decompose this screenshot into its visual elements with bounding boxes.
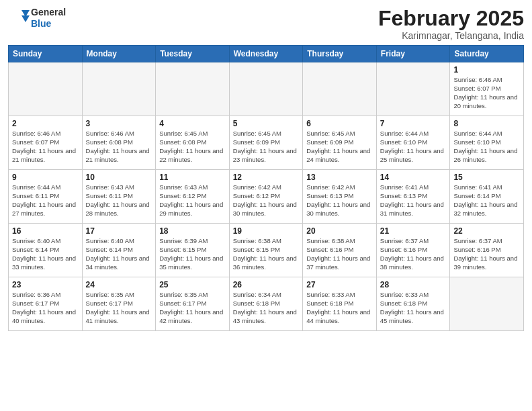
- day-info: Sunrise: 6:37 AMSunset: 6:16 PMDaylight:…: [453, 237, 520, 271]
- day-cell: 18Sunrise: 6:39 AMSunset: 6:15 PMDayligh…: [156, 224, 230, 277]
- week-row-0: 1Sunrise: 6:46 AMSunset: 6:07 PMDaylight…: [9, 62, 524, 116]
- day-info: Sunrise: 6:36 AMSunset: 6:17 PMDaylight:…: [12, 291, 79, 325]
- day-cell: 14Sunrise: 6:41 AMSunset: 6:13 PMDayligh…: [376, 170, 450, 224]
- day-number: 4: [159, 119, 226, 128]
- day-cell: 13Sunrise: 6:42 AMSunset: 6:13 PMDayligh…: [303, 170, 377, 224]
- day-cell: [376, 62, 450, 116]
- day-info: Sunrise: 6:41 AMSunset: 6:13 PMDaylight:…: [380, 183, 447, 218]
- day-cell: 11Sunrise: 6:43 AMSunset: 6:12 PMDayligh…: [156, 170, 230, 224]
- day-cell: [229, 62, 303, 116]
- day-info: Sunrise: 6:40 AMSunset: 6:14 PMDaylight:…: [12, 237, 79, 271]
- weekday-header-tuesday: Tuesday: [156, 46, 230, 62]
- day-number: 11: [159, 173, 226, 182]
- day-number: 21: [380, 226, 447, 236]
- day-cell: 23Sunrise: 6:36 AMSunset: 6:17 PMDayligh…: [9, 277, 83, 331]
- day-cell: 20Sunrise: 6:38 AMSunset: 6:16 PMDayligh…: [303, 224, 377, 277]
- week-row-1: 2Sunrise: 6:46 AMSunset: 6:07 PMDaylight…: [9, 116, 524, 170]
- day-cell: 19Sunrise: 6:38 AMSunset: 6:15 PMDayligh…: [229, 224, 303, 277]
- day-info: Sunrise: 6:46 AMSunset: 6:08 PMDaylight:…: [86, 130, 152, 164]
- day-number: 5: [233, 119, 300, 128]
- day-info: Sunrise: 6:37 AMSunset: 6:16 PMDaylight:…: [380, 237, 447, 271]
- day-cell: 3Sunrise: 6:46 AMSunset: 6:08 PMDaylight…: [82, 116, 156, 170]
- logo-general-text: General: [31, 7, 66, 18]
- svg-marker-1: [21, 15, 30, 22]
- day-info: Sunrise: 6:34 AMSunset: 6:18 PMDaylight:…: [233, 291, 300, 325]
- day-number: 13: [306, 173, 373, 182]
- day-info: Sunrise: 6:45 AMSunset: 6:09 PMDaylight:…: [233, 130, 300, 164]
- day-cell: 25Sunrise: 6:35 AMSunset: 6:17 PMDayligh…: [156, 277, 230, 331]
- calendar-table: SundayMondayTuesdayWednesdayThursdayFrid…: [8, 45, 524, 331]
- day-cell: 26Sunrise: 6:34 AMSunset: 6:18 PMDayligh…: [229, 277, 303, 331]
- day-info: Sunrise: 6:33 AMSunset: 6:18 PMDaylight:…: [380, 291, 447, 325]
- day-number: 24: [86, 280, 152, 289]
- day-number: 2: [12, 119, 79, 128]
- day-cell: [303, 62, 377, 116]
- day-info: Sunrise: 6:46 AMSunset: 6:07 PMDaylight:…: [12, 130, 79, 164]
- day-cell: 7Sunrise: 6:44 AMSunset: 6:10 PMDaylight…: [376, 116, 450, 170]
- day-info: Sunrise: 6:44 AMSunset: 6:11 PMDaylight:…: [12, 183, 79, 218]
- day-info: Sunrise: 6:38 AMSunset: 6:15 PMDaylight:…: [233, 237, 300, 271]
- day-info: Sunrise: 6:44 AMSunset: 6:10 PMDaylight:…: [453, 130, 520, 164]
- day-number: 8: [453, 119, 520, 128]
- day-info: Sunrise: 6:35 AMSunset: 6:17 PMDaylight:…: [159, 291, 226, 325]
- day-cell: 9Sunrise: 6:44 AMSunset: 6:11 PMDaylight…: [9, 170, 83, 224]
- day-number: 18: [159, 226, 226, 236]
- weekday-header-thursday: Thursday: [303, 46, 377, 62]
- day-number: 6: [306, 119, 373, 128]
- day-info: Sunrise: 6:40 AMSunset: 6:14 PMDaylight:…: [86, 237, 152, 271]
- day-cell: 21Sunrise: 6:37 AMSunset: 6:16 PMDayligh…: [376, 224, 450, 277]
- day-cell: 6Sunrise: 6:45 AMSunset: 6:09 PMDaylight…: [303, 116, 377, 170]
- day-cell: 15Sunrise: 6:41 AMSunset: 6:14 PMDayligh…: [450, 170, 524, 224]
- day-cell: 24Sunrise: 6:35 AMSunset: 6:17 PMDayligh…: [82, 277, 156, 331]
- day-cell: 5Sunrise: 6:45 AMSunset: 6:09 PMDaylight…: [229, 116, 303, 170]
- week-row-2: 9Sunrise: 6:44 AMSunset: 6:11 PMDaylight…: [9, 170, 524, 224]
- day-cell: [82, 62, 156, 116]
- day-info: Sunrise: 6:45 AMSunset: 6:08 PMDaylight:…: [159, 130, 226, 164]
- header: General Blue February 2025 Karimnagar, T…: [8, 7, 524, 41]
- day-number: 9: [12, 173, 79, 182]
- calendar-subtitle: Karimnagar, Telangana, India: [378, 30, 524, 41]
- day-number: 23: [12, 280, 79, 289]
- day-info: Sunrise: 6:45 AMSunset: 6:09 PMDaylight:…: [306, 130, 373, 164]
- weekday-header-monday: Monday: [82, 46, 156, 62]
- day-cell: [9, 62, 83, 116]
- day-number: 27: [306, 280, 373, 289]
- day-number: 28: [380, 280, 447, 289]
- day-info: Sunrise: 6:39 AMSunset: 6:15 PMDaylight:…: [159, 237, 226, 271]
- day-info: Sunrise: 6:42 AMSunset: 6:13 PMDaylight:…: [306, 183, 373, 218]
- day-info: Sunrise: 6:35 AMSunset: 6:17 PMDaylight:…: [86, 291, 152, 325]
- day-cell: 28Sunrise: 6:33 AMSunset: 6:18 PMDayligh…: [376, 277, 450, 331]
- day-cell: 10Sunrise: 6:43 AMSunset: 6:11 PMDayligh…: [82, 170, 156, 224]
- weekday-header-saturday: Saturday: [450, 46, 524, 62]
- day-cell: [156, 62, 230, 116]
- day-number: 12: [233, 173, 300, 182]
- logo-bird-icon: [8, 7, 30, 29]
- day-number: 3: [86, 119, 152, 128]
- day-info: Sunrise: 6:44 AMSunset: 6:10 PMDaylight:…: [380, 130, 447, 164]
- logo-blue-text: Blue: [31, 18, 66, 30]
- day-cell: 22Sunrise: 6:37 AMSunset: 6:16 PMDayligh…: [450, 224, 524, 277]
- day-info: Sunrise: 6:33 AMSunset: 6:18 PMDaylight:…: [306, 291, 373, 325]
- day-number: 10: [86, 173, 152, 182]
- day-number: 25: [159, 280, 226, 289]
- day-cell: 16Sunrise: 6:40 AMSunset: 6:14 PMDayligh…: [9, 224, 83, 277]
- day-cell: 4Sunrise: 6:45 AMSunset: 6:08 PMDaylight…: [156, 116, 230, 170]
- week-row-3: 16Sunrise: 6:40 AMSunset: 6:14 PMDayligh…: [9, 224, 524, 277]
- weekday-header-sunday: Sunday: [9, 46, 83, 62]
- day-info: Sunrise: 6:43 AMSunset: 6:11 PMDaylight:…: [86, 183, 152, 218]
- day-cell: 27Sunrise: 6:33 AMSunset: 6:18 PMDayligh…: [303, 277, 377, 331]
- logo: General Blue: [8, 7, 66, 30]
- day-cell: 12Sunrise: 6:42 AMSunset: 6:12 PMDayligh…: [229, 170, 303, 224]
- day-number: 17: [86, 226, 152, 236]
- day-number: 15: [453, 173, 520, 182]
- day-info: Sunrise: 6:46 AMSunset: 6:07 PMDaylight:…: [453, 76, 520, 110]
- title-block: February 2025 Karimnagar, Telangana, Ind…: [378, 7, 524, 41]
- day-number: 26: [233, 280, 300, 289]
- day-cell: 8Sunrise: 6:44 AMSunset: 6:10 PMDaylight…: [450, 116, 524, 170]
- day-number: 7: [380, 119, 447, 128]
- day-info: Sunrise: 6:38 AMSunset: 6:16 PMDaylight:…: [306, 237, 373, 271]
- weekday-header-row: SundayMondayTuesdayWednesdayThursdayFrid…: [9, 46, 524, 62]
- day-number: 22: [453, 226, 520, 236]
- week-row-4: 23Sunrise: 6:36 AMSunset: 6:17 PMDayligh…: [9, 277, 524, 331]
- day-info: Sunrise: 6:41 AMSunset: 6:14 PMDaylight:…: [453, 183, 520, 218]
